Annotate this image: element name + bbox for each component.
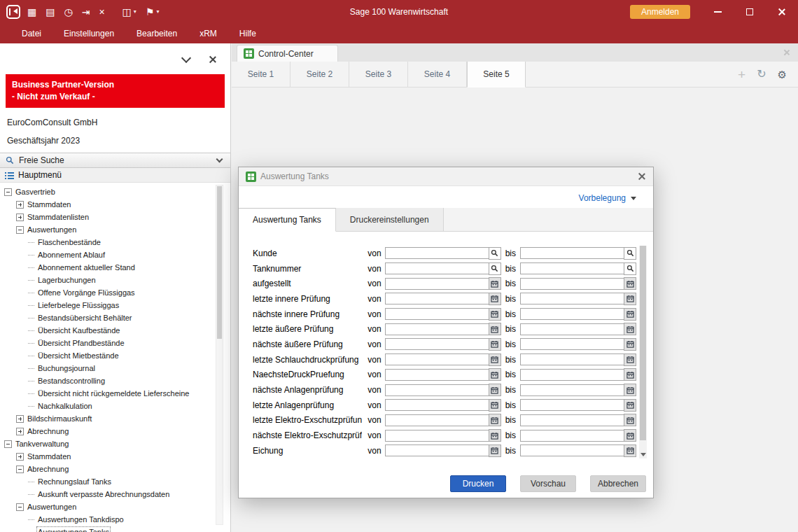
tree-expand-icon[interactable] [4, 440, 12, 448]
field-lookup-button[interactable] [489, 368, 501, 381]
tree-item[interactable]: Flaschenbestände [0, 236, 230, 248]
von-input[interactable] [385, 308, 489, 320]
field-lookup-button[interactable] [489, 338, 501, 351]
tree-item[interactable]: Lagerbuchungen [0, 274, 230, 286]
von-input[interactable] [385, 247, 489, 259]
tree-item[interactable]: Rechnungslauf Tanks [0, 475, 230, 488]
add-page-icon[interactable]: + [738, 68, 746, 81]
bis-input[interactable] [520, 369, 624, 381]
bis-input[interactable] [520, 414, 624, 426]
abbrechen-button[interactable]: Abbrechen [590, 475, 646, 492]
pin-icon[interactable]: ⚑ [146, 7, 160, 17]
tree-expand-icon[interactable] [16, 465, 24, 473]
field-lookup-button[interactable] [624, 429, 636, 442]
tree-item[interactable]: Nachkalkulation [0, 400, 230, 412]
dialog-scrollbar[interactable] [639, 246, 647, 458]
field-lookup-button[interactable] [624, 399, 636, 412]
field-lookup-button[interactable] [489, 354, 501, 366]
tree-expand-icon[interactable] [28, 280, 34, 281]
field-lookup-button[interactable] [489, 399, 501, 412]
tree-item[interactable]: Abonnement aktueller Stand [0, 261, 230, 274]
field-lookup-button[interactable] [624, 354, 636, 366]
tree-expand-icon[interactable] [28, 368, 34, 369]
tree-item[interactable]: Auswertungen [0, 500, 230, 513]
field-lookup-button[interactable] [624, 293, 636, 305]
tree-expand-icon[interactable] [28, 519, 34, 520]
page-tab[interactable]: Seite 1 [232, 62, 290, 87]
tree-item[interactable]: Bestandscontrolling [0, 374, 230, 387]
close-button[interactable] [766, 0, 798, 23]
tree-item[interactable]: Abonnement Ablauf [0, 248, 230, 261]
field-lookup-button[interactable] [624, 323, 636, 335]
von-input[interactable] [385, 444, 489, 456]
tree-item[interactable]: Abrechnung [0, 425, 230, 438]
page-tab[interactable]: Seite 3 [349, 62, 408, 87]
tree-item[interactable]: Auswertungen Tanks [0, 526, 230, 532]
menu-item[interactable]: xRM [188, 29, 228, 38]
clock-icon[interactable]: ◷ [64, 7, 72, 17]
anmelden-button[interactable]: Anmelden [630, 5, 690, 19]
bis-input[interactable] [520, 430, 624, 442]
minimize-button[interactable] [701, 0, 734, 23]
tree-expand-icon[interactable] [16, 201, 24, 209]
field-lookup-button[interactable] [489, 247, 501, 260]
refresh-icon[interactable]: ↻ [757, 69, 766, 80]
tree-item[interactable]: Offene Vorgänge Flüssiggas [0, 286, 230, 299]
field-lookup-button[interactable] [624, 444, 636, 457]
close-tab-icon[interactable] [783, 49, 790, 56]
page-tab[interactable]: Seite 5 [467, 62, 526, 88]
bis-input[interactable] [520, 444, 624, 456]
bis-input[interactable] [520, 399, 624, 411]
field-lookup-button[interactable] [489, 262, 501, 275]
wrench-icon[interactable]: ⚙ [778, 69, 787, 80]
dialog-close-icon[interactable] [638, 172, 646, 181]
scroll-down-icon[interactable] [640, 453, 646, 456]
tree-expand-icon[interactable] [28, 356, 34, 356]
tree-expand-icon[interactable] [28, 242, 34, 243]
tree-expand-icon[interactable] [28, 494, 34, 495]
field-lookup-button[interactable] [624, 414, 636, 426]
menu-item[interactable]: Datei [10, 29, 52, 38]
tree-item[interactable]: Buchungsjournal [0, 362, 230, 374]
tree-expand-icon[interactable] [16, 428, 24, 435]
von-input[interactable] [385, 323, 489, 335]
tree-item[interactable]: Auswertungen Tankdispo [0, 513, 230, 526]
tree-item[interactable]: Auswertungen [0, 223, 230, 236]
field-lookup-button[interactable] [624, 384, 636, 396]
bis-input[interactable] [520, 384, 624, 396]
tree-item[interactable]: Auskunft verpasste Abrechnungsdaten [0, 488, 230, 500]
von-input[interactable] [385, 262, 489, 274]
tree-expand-icon[interactable] [16, 453, 24, 461]
von-input[interactable] [385, 399, 489, 411]
field-lookup-button[interactable] [624, 277, 636, 290]
tree-item[interactable]: Stammdaten [0, 450, 230, 463]
tree-expand-icon[interactable] [16, 415, 24, 423]
field-lookup-button[interactable] [624, 247, 636, 260]
menu-item[interactable]: Einstellungen [52, 29, 125, 38]
tree-expand-icon[interactable] [4, 188, 12, 196]
table-icon[interactable]: ▦ [27, 7, 36, 17]
menu-item[interactable]: Hilfe [228, 29, 267, 38]
tree-expand-icon[interactable] [28, 343, 34, 344]
bis-input[interactable] [520, 247, 624, 259]
page-tab[interactable]: Seite 2 [290, 62, 349, 87]
vorschau-button[interactable]: Vorschau [520, 475, 576, 492]
scrollbar-thumb[interactable] [640, 246, 646, 440]
field-lookup-button[interactable] [624, 308, 636, 321]
calendar-icon[interactable]: ▤ [46, 7, 55, 17]
tree-item[interactable]: Gasvertrieb [0, 186, 230, 198]
dialog-tab[interactable]: Druckereinstellungen [336, 208, 444, 231]
tree-item[interactable]: Übersicht Pfandbestände [0, 337, 230, 349]
field-lookup-button[interactable] [489, 308, 501, 321]
bis-input[interactable] [520, 354, 624, 365]
chevron-down-icon[interactable] [216, 156, 223, 163]
tree-item[interactable]: Übersicht Kaufbestände [0, 324, 230, 337]
menu-item[interactable]: Bearbeiten [125, 29, 188, 38]
tree-item[interactable]: Lieferbelege Flüssiggas [0, 299, 230, 312]
close-panel-icon[interactable] [209, 55, 217, 64]
tree-expand-icon[interactable] [28, 381, 34, 382]
tree-item[interactable]: Übersicht nicht rückgemeldete Liefersche… [0, 387, 230, 400]
bis-input[interactable] [520, 293, 624, 304]
scrollbar-thumb[interactable] [217, 186, 222, 339]
page-tab[interactable]: Seite 4 [408, 62, 467, 87]
